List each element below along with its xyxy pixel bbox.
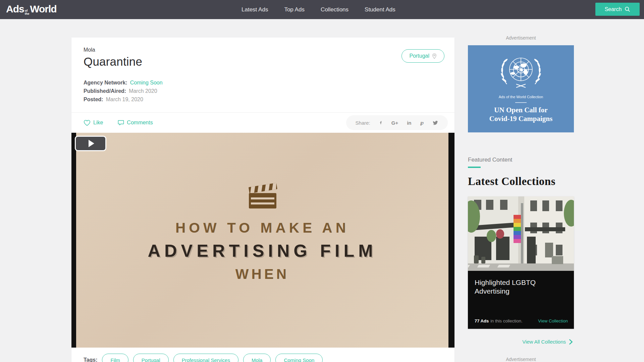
google-plus-icon[interactable]: G+: [391, 120, 398, 126]
search-button[interactable]: Search: [595, 3, 640, 16]
video-frame: HOW TO MAKE AN ADVERTISING FILM WHEN: [76, 133, 448, 348]
share-bar: Share: G+ in ℘: [346, 115, 448, 130]
pinterest-icon[interactable]: ℘: [420, 120, 424, 126]
logo-world: World: [30, 3, 56, 15]
search-icon: [625, 6, 630, 12]
site-logo[interactable]: Ads of the World: [6, 3, 57, 16]
ad-detail-card: Mola Quarantine Portugal Agency Network:…: [71, 38, 454, 362]
tag-film[interactable]: Film: [102, 354, 128, 362]
main-nav: Latest Ads Top Ads Collections Student A…: [241, 0, 395, 19]
logo-ads: Ads: [6, 3, 24, 15]
country-badge[interactable]: Portugal: [401, 49, 444, 63]
brand-name[interactable]: Mola: [84, 47, 442, 53]
action-bar: Like Comments Share: G+ in ℘: [71, 112, 454, 133]
location-pin-icon: [432, 53, 437, 59]
right-sidebar: Advertisement: [468, 35, 574, 362]
un-ad-banner[interactable]: Ads of the World Collection UN Open Call…: [468, 45, 574, 132]
linkedin-icon[interactable]: in: [407, 120, 411, 126]
heart-icon: [84, 120, 91, 126]
un-emblem-icon: [496, 53, 546, 93]
tag-mola[interactable]: Mola: [243, 354, 271, 362]
meta-posted: Posted: March 19, 2020: [84, 95, 442, 104]
chevron-right-icon: [569, 339, 573, 345]
nav-latest-ads[interactable]: Latest Ads: [241, 6, 268, 13]
ad-info-section: Mola Quarantine Portugal Agency Network:…: [71, 38, 454, 112]
featured-content-label: Featured Content: [468, 157, 574, 163]
un-ad-divider: [515, 102, 527, 103]
meta-published: Published/Aired: March 2020: [84, 87, 442, 95]
meta-agency-network: Agency Network: Coming Soon: [84, 78, 442, 87]
ad-meta: Agency Network: Coming Soon Published/Ai…: [84, 78, 442, 104]
collection-title: Highlighted LGBTQ Advertising: [475, 278, 567, 296]
collection-info: Highlighted LGBTQ Advertising 77 Ads in …: [468, 271, 574, 329]
tags-section: Tags: Film Portugal Professional Service…: [71, 348, 454, 362]
video-text-line2: ADVERTISING FILM: [148, 241, 377, 261]
collection-footer: 77 Ads in this collection. View Collecti…: [475, 318, 568, 323]
facebook-icon[interactable]: [379, 120, 383, 126]
comments-button[interactable]: Comments: [118, 120, 153, 126]
un-ad-title: UN Open Call for Covid-19 Campaigns: [489, 106, 552, 123]
nav-student-ads[interactable]: Student Ads: [365, 6, 395, 13]
collection-image: [468, 196, 574, 271]
featured-underline: [468, 167, 481, 168]
view-collection-link[interactable]: View Collection: [538, 318, 568, 323]
nav-top-ads[interactable]: Top Ads: [284, 6, 305, 13]
video-text-line3: WHEN: [235, 266, 289, 282]
play-icon: [89, 140, 94, 147]
latest-collections-title: Latest Collections: [468, 175, 574, 188]
agency-network-link[interactable]: Coming Soon: [130, 78, 163, 87]
ad-title: Quarantine: [84, 55, 442, 68]
advertisement-label-bottom: Advertisement: [468, 357, 574, 362]
logo-of-the: of the: [25, 9, 30, 15]
collection-ad-count: 77 Ads: [475, 318, 489, 323]
tag-coming-soon[interactable]: Coming Soon: [275, 354, 323, 362]
view-all-collections-link[interactable]: View All Collections: [468, 339, 574, 345]
play-button[interactable]: [75, 136, 106, 151]
advertisement-label-top: Advertisement: [468, 35, 574, 41]
top-navbar: Ads of the World Latest Ads Top Ads Coll…: [0, 0, 644, 19]
video-text-line1: HOW TO MAKE AN: [175, 220, 349, 236]
un-ad-kicker: Ads of the World Collection: [499, 95, 543, 99]
tags-label: Tags:: [84, 357, 97, 362]
tag-portugal[interactable]: Portugal: [133, 354, 169, 362]
video-player[interactable]: HOW TO MAKE AN ADVERTISING FILM WHEN: [71, 133, 454, 348]
comment-bubble-icon: [118, 120, 124, 126]
nav-collections[interactable]: Collections: [321, 6, 348, 13]
collection-card[interactable]: Highlighted LGBTQ Advertising 77 Ads in …: [468, 196, 574, 329]
twitter-icon[interactable]: [432, 120, 438, 125]
tag-professional-services[interactable]: Professional Services: [173, 354, 238, 362]
like-button[interactable]: Like: [84, 120, 103, 126]
clapperboard-icon: [245, 180, 280, 210]
